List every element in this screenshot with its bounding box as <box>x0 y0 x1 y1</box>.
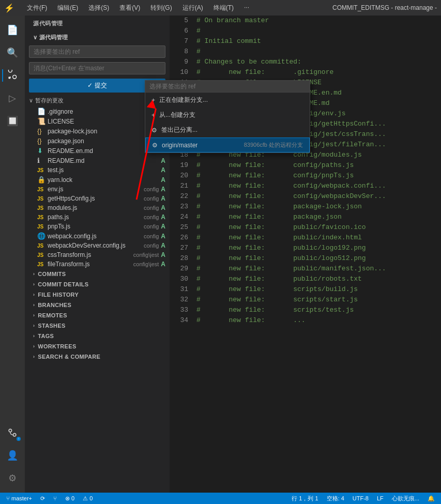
activity-icon-debug[interactable]: ▷ <box>2 88 23 109</box>
statusbar-encoding[interactable]: UTF-8 <box>351 495 371 502</box>
menu-file[interactable]: 文件(F) <box>23 3 51 13</box>
file-item[interactable]: JS paths.js config A <box>25 212 170 222</box>
git-branch-icon: ⑂ <box>6 495 10 501</box>
file-status: A <box>161 261 165 268</box>
menu-run[interactable]: 运行(A) <box>178 3 207 13</box>
activity-bar: 📄 🔍 ▷ 🔲 ! 👤 ⚙ <box>0 16 25 493</box>
file-name: fileTransform.js <box>48 261 129 268</box>
menu-terminal[interactable]: 终端(T) <box>209 3 238 13</box>
statusbar-branch[interactable]: ⑂ master+ <box>4 495 34 501</box>
section-branches[interactable]: › BRANCHES <box>25 300 170 310</box>
statusbar-sync[interactable]: ⟳ <box>38 495 47 502</box>
statusbar-errors[interactable]: ⊗ 0 <box>63 495 77 502</box>
dropdown-item-text: 正在创建新分支... <box>159 96 303 104</box>
file-dir: config\jest <box>133 252 159 258</box>
file-item[interactable]: 🌐 webpack.config.js config A <box>25 231 170 241</box>
file-item[interactable]: JS fileTransform.js config\jest A <box>25 259 170 269</box>
activity-icon-settings[interactable]: ⚙ <box>2 468 23 488</box>
section-label: WORKTREES <box>38 343 76 349</box>
dropdown-search-input[interactable] <box>145 81 310 93</box>
statusbar-git[interactable]: ⑂ <box>51 495 59 501</box>
menu-view[interactable]: 查看(V) <box>115 3 144 13</box>
file-icon: 🌐 <box>37 232 45 240</box>
file-item[interactable]: JS pnpTs.js config A <box>25 222 170 231</box>
section-commit-details[interactable]: › COMMIT DETAILS <box>25 279 170 289</box>
file-status: A <box>161 176 165 184</box>
file-dir: config <box>144 195 159 202</box>
activity-icon-explorer[interactable]: 📄 <box>2 20 23 40</box>
file-icon: JS <box>37 243 45 249</box>
menu-edit[interactable]: 编辑(E) <box>53 3 82 13</box>
statusbar-right: 行 1，列 1 空格: 4 UTF-8 LF 心欲无痕... 🔔 <box>290 495 437 502</box>
file-status: A <box>161 251 165 258</box>
file-item[interactable]: JS getHttpsConfig.js config A <box>25 194 170 203</box>
activity-icon-git-history[interactable]: ! <box>2 422 23 443</box>
file-dir: config <box>144 233 159 239</box>
file-item[interactable]: JS cssTransform.js config\jest A <box>25 250 170 259</box>
file-item[interactable]: 🔒 yarn.lock A <box>25 175 170 185</box>
file-item[interactable]: JS env.js config A <box>25 185 170 194</box>
activity-icon-account[interactable]: 👤 <box>2 445 23 466</box>
activity-icon-source-control[interactable] <box>2 65 23 86</box>
section-worktrees[interactable]: › WORKTREES <box>25 341 170 352</box>
chevron-right-icon: › <box>33 282 35 287</box>
section-label: FILE HISTORY <box>38 292 79 298</box>
file-icon: {} <box>37 137 45 145</box>
chevron-right-icon: › <box>33 313 35 318</box>
commit-message-input[interactable] <box>29 62 165 74</box>
section-commits[interactable]: › COMMITS <box>25 269 170 279</box>
file-icon: JS <box>37 215 45 220</box>
ref-search-input[interactable] <box>29 45 165 58</box>
activity-icon-extensions[interactable]: 🔲 <box>2 111 23 131</box>
menu-select[interactable]: 选择(S) <box>84 3 113 13</box>
file-name: getHttpsConfig.js <box>48 195 140 202</box>
section-stashes[interactable]: › STASHES <box>25 320 170 331</box>
sync-icon: ⟳ <box>40 495 45 502</box>
file-icon: 📜 <box>37 117 45 125</box>
titlebar: ⚡ 文件(F) 编辑(E) 选择(S) 查看(V) 转到(G) 运行(A) 终端… <box>0 0 441 16</box>
file-name: .gitignore <box>48 108 159 115</box>
titlebar-logo: ⚡ <box>4 3 14 13</box>
section-label: COMMITS <box>38 271 66 277</box>
section-search-compare[interactable]: › SEARCH & COMPARE <box>25 352 170 362</box>
file-status: A <box>161 223 165 230</box>
file-dir: config\jest <box>133 261 159 267</box>
chevron-right-icon: › <box>33 344 35 349</box>
file-icon: JS <box>37 224 45 230</box>
dropdown-item-create-from[interactable]: + 从...创建分支 <box>145 108 310 123</box>
dropdown-item-origin-master[interactable]: ⚙ origin/master 83906cfb 处的远程分支 <box>145 138 310 152</box>
git-icon: ⑂ <box>53 495 57 501</box>
file-item[interactable]: JS test.js A <box>25 165 170 175</box>
menu-goto[interactable]: 转到(G) <box>146 3 176 13</box>
file-icon: ℹ <box>37 157 45 164</box>
statusbar-cursor[interactable]: 行 1，列 1 <box>290 495 320 502</box>
file-icon: JS <box>37 252 45 258</box>
statusbar-notifications[interactable]: 🔔 <box>425 495 437 502</box>
chevron-down-icon: ∨ <box>29 97 33 104</box>
staged-label: 暂存的更改 <box>35 97 64 104</box>
dropdown-item-new-branch[interactable]: + 正在创建新分支... <box>145 93 310 108</box>
file-name: paths.js <box>48 213 140 221</box>
menu-more[interactable]: ··· <box>240 3 253 13</box>
file-dir: config <box>144 223 159 230</box>
file-dir: config <box>144 205 159 211</box>
file-name: env.js <box>48 186 140 193</box>
chevron-down-icon: ∨ <box>33 34 37 41</box>
file-icon: JS <box>37 187 45 192</box>
file-item[interactable]: ℹ README.md A <box>25 156 170 165</box>
dropdown-item-detach[interactable]: ⚙ 签出已分离... <box>145 123 310 138</box>
section-file-history[interactable]: › FILE HISTORY <box>25 289 170 300</box>
file-item[interactable]: JS modules.js config A <box>25 203 170 212</box>
titlebar-menu[interactable]: 文件(F) 编辑(E) 选择(S) 查看(V) 转到(G) 运行(A) 终端(T… <box>23 3 253 13</box>
statusbar-warnings[interactable]: ⚠ 0 <box>81 495 95 502</box>
section-tags[interactable]: › TAGS <box>25 331 170 341</box>
file-item[interactable]: JS webpackDevServer.config.js config A <box>25 241 170 250</box>
section-label: COMMIT DETAILS <box>38 281 88 287</box>
dropdown-item-text: 从...创建分支 <box>159 111 303 119</box>
activity-icon-search[interactable]: 🔍 <box>2 42 23 63</box>
section-remotes[interactable]: › REMOTES <box>25 310 170 320</box>
statusbar-lang[interactable]: 心欲无痕... <box>390 495 421 502</box>
file-status: A <box>161 166 165 174</box>
statusbar-eol[interactable]: LF <box>375 495 386 502</box>
statusbar-spaces[interactable]: 空格: 4 <box>325 495 346 502</box>
